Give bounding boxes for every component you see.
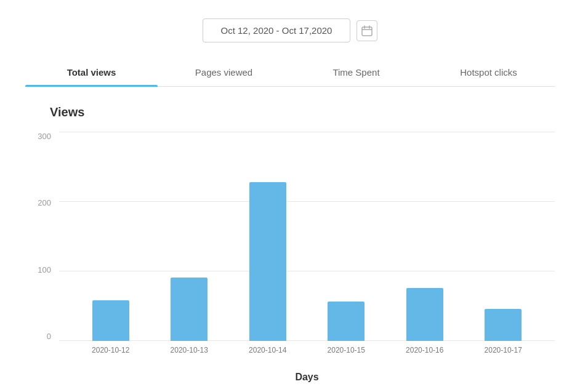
y-label: 300 [38,132,51,141]
bar[interactable] [328,302,365,341]
bar-group[interactable] [71,300,150,341]
tab-hotspot-clicks[interactable]: Hotspot clicks [422,60,555,86]
bar[interactable] [249,182,286,341]
x-label: 2020-10-13 [150,346,229,354]
svg-rect-0 [362,27,372,36]
chart-area: 3002001000 2020-10-122020-10-132020-10-1… [25,132,555,366]
y-label: 0 [47,332,51,341]
bar[interactable] [171,278,207,341]
bar-group[interactable] [307,302,386,341]
chart-x-axis-title: Days [59,372,555,383]
chart-section: Views 3002001000 2020-10-122020-10-13202… [25,105,555,383]
chart-inner: 2020-10-122020-10-132020-10-142020-10-15… [59,132,555,366]
date-range-input[interactable]: Oct 12, 2020 - Oct 17,2020 [203,18,350,42]
tabs-container: Total views Pages viewed Time Spent Hots… [25,60,555,87]
bar[interactable] [485,309,522,341]
calendar-icon[interactable] [356,20,377,41]
bar-group[interactable] [150,278,229,341]
x-label: 2020-10-16 [385,346,464,354]
bar-group[interactable] [228,182,307,341]
x-label: 2020-10-17 [464,346,543,354]
bar[interactable] [92,300,129,341]
bars-container [59,132,555,341]
date-range-container: Oct 12, 2020 - Oct 17,2020 [203,18,377,42]
y-label: 100 [38,265,51,274]
x-label: 2020-10-12 [71,346,150,354]
tab-total-views[interactable]: Total views [25,60,158,86]
bar-group[interactable] [464,309,543,341]
x-label: 2020-10-14 [228,346,307,354]
bar[interactable] [406,288,443,341]
bar-group[interactable] [385,288,464,341]
tab-pages-viewed[interactable]: Pages viewed [158,60,290,86]
y-label: 200 [38,198,51,207]
tab-time-spent[interactable]: Time Spent [290,60,422,86]
chart-y-axis-title: Views [50,105,555,119]
y-axis-labels: 3002001000 [25,132,56,341]
x-label: 2020-10-15 [307,346,386,354]
x-labels: 2020-10-122020-10-132020-10-142020-10-15… [59,341,555,366]
